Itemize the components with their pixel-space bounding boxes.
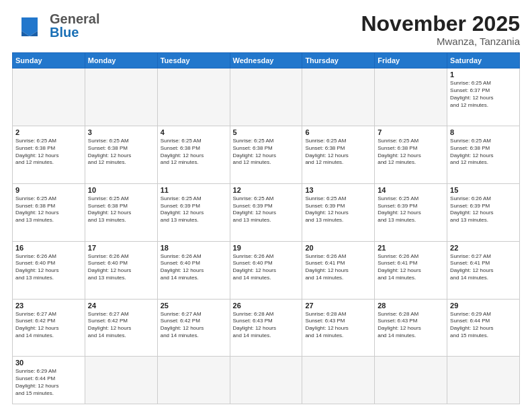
calendar-cell [157,357,230,404]
day-number: 23 [15,302,82,310]
calendar-cell [302,357,375,404]
calendar-cell: 7Sunrise: 6:25 AM Sunset: 6:38 PM Daylig… [375,126,447,184]
calendar-week-5: 23Sunrise: 6:27 AM Sunset: 6:42 PM Dayli… [13,299,520,357]
calendar-header-wednesday: Wednesday [230,53,302,68]
calendar-cell: 20Sunrise: 6:26 AM Sunset: 6:41 PM Dayli… [302,241,375,299]
day-number: 2 [15,128,82,136]
day-info: Sunrise: 6:27 AM Sunset: 6:42 PM Dayligh… [88,311,154,340]
day-number: 13 [305,186,371,194]
calendar-cell: 21Sunrise: 6:26 AM Sunset: 6:41 PM Dayli… [375,241,447,299]
day-info: Sunrise: 6:25 AM Sunset: 6:38 PM Dayligh… [161,138,227,167]
day-info: Sunrise: 6:25 AM Sunset: 6:38 PM Dayligh… [88,195,154,224]
calendar-cell: 8Sunrise: 6:25 AM Sunset: 6:38 PM Daylig… [447,126,520,184]
calendar-header-monday: Monday [85,53,157,68]
location: Mwanza, Tanzania [361,36,520,47]
day-info: Sunrise: 6:28 AM Sunset: 6:43 PM Dayligh… [305,311,371,340]
day-number: 15 [450,186,517,194]
day-number: 29 [450,302,517,310]
calendar-cell: 10Sunrise: 6:25 AM Sunset: 6:38 PM Dayli… [85,183,157,241]
calendar-cell: 27Sunrise: 6:28 AM Sunset: 6:43 PM Dayli… [302,299,375,357]
calendar-cell: 19Sunrise: 6:26 AM Sunset: 6:40 PM Dayli… [230,241,302,299]
logo-icon [12,12,47,39]
day-number: 16 [15,244,82,252]
calendar-cell: 13Sunrise: 6:25 AM Sunset: 6:39 PM Dayli… [302,183,375,241]
calendar-cell [447,357,520,404]
calendar-cell: 24Sunrise: 6:27 AM Sunset: 6:42 PM Dayli… [85,299,157,357]
calendar-cell [13,68,85,126]
month-title: November 2025 [361,12,520,36]
page: General Blue November 2025 Mwanza, Tanza… [0,0,532,411]
day-number: 28 [378,302,444,310]
calendar-header-sunday: Sunday [13,53,85,68]
day-number: 26 [233,302,300,310]
calendar-cell: 12Sunrise: 6:25 AM Sunset: 6:39 PM Dayli… [230,183,302,241]
calendar-header-saturday: Saturday [447,53,520,68]
day-info: Sunrise: 6:26 AM Sunset: 6:40 PM Dayligh… [161,253,227,282]
day-info: Sunrise: 6:25 AM Sunset: 6:38 PM Dayligh… [305,138,371,167]
day-number: 22 [450,244,517,252]
day-info: Sunrise: 6:28 AM Sunset: 6:43 PM Dayligh… [378,311,444,340]
calendar-cell: 30Sunrise: 6:29 AM Sunset: 6:44 PM Dayli… [13,357,85,404]
calendar-cell: 9Sunrise: 6:25 AM Sunset: 6:38 PM Daylig… [13,183,85,241]
day-number: 11 [161,186,227,194]
day-info: Sunrise: 6:25 AM Sunset: 6:39 PM Dayligh… [378,195,444,224]
day-number: 24 [88,302,154,310]
calendar-cell [375,68,447,126]
day-number: 9 [15,186,82,194]
calendar-cell: 25Sunrise: 6:27 AM Sunset: 6:42 PM Dayli… [157,299,230,357]
day-info: Sunrise: 6:25 AM Sunset: 6:39 PM Dayligh… [161,195,227,224]
day-number: 1 [450,71,517,79]
day-number: 7 [378,128,444,136]
calendar-cell [375,357,447,404]
day-number: 10 [88,186,154,194]
day-info: Sunrise: 6:25 AM Sunset: 6:39 PM Dayligh… [233,195,300,224]
day-number: 5 [233,128,300,136]
calendar-header-friday: Friday [375,53,447,68]
day-info: Sunrise: 6:25 AM Sunset: 6:38 PM Dayligh… [233,138,300,167]
calendar-cell: 6Sunrise: 6:25 AM Sunset: 6:38 PM Daylig… [302,126,375,184]
day-number: 27 [305,302,371,310]
day-number: 21 [378,244,444,252]
day-number: 3 [88,128,154,136]
day-number: 4 [161,128,227,136]
calendar-cell: 16Sunrise: 6:26 AM Sunset: 6:40 PM Dayli… [13,241,85,299]
day-info: Sunrise: 6:26 AM Sunset: 6:40 PM Dayligh… [233,253,300,282]
calendar-cell: 17Sunrise: 6:26 AM Sunset: 6:40 PM Dayli… [85,241,157,299]
day-number: 18 [161,244,227,252]
day-number: 30 [15,359,82,367]
day-info: Sunrise: 6:28 AM Sunset: 6:43 PM Dayligh… [233,311,300,340]
day-number: 17 [88,244,154,252]
day-info: Sunrise: 6:26 AM Sunset: 6:41 PM Dayligh… [378,253,444,282]
calendar-week-1: 1Sunrise: 6:25 AM Sunset: 6:37 PM Daylig… [13,68,520,126]
calendar-cell: 23Sunrise: 6:27 AM Sunset: 6:42 PM Dayli… [13,299,85,357]
calendar-header-tuesday: Tuesday [157,53,230,68]
calendar-cell [85,357,157,404]
calendar-cell: 29Sunrise: 6:29 AM Sunset: 6:44 PM Dayli… [447,299,520,357]
calendar-cell [302,68,375,126]
calendar-cell: 22Sunrise: 6:27 AM Sunset: 6:41 PM Dayli… [447,241,520,299]
calendar-cell [85,68,157,126]
calendar-cell: 2Sunrise: 6:25 AM Sunset: 6:38 PM Daylig… [13,126,85,184]
calendar-week-2: 2Sunrise: 6:25 AM Sunset: 6:38 PM Daylig… [13,126,520,184]
day-info: Sunrise: 6:26 AM Sunset: 6:40 PM Dayligh… [15,253,82,282]
day-info: Sunrise: 6:25 AM Sunset: 6:38 PM Dayligh… [450,138,517,167]
calendar-week-6: 30Sunrise: 6:29 AM Sunset: 6:44 PM Dayli… [13,357,520,404]
day-info: Sunrise: 6:25 AM Sunset: 6:38 PM Dayligh… [15,138,82,167]
day-number: 19 [233,244,300,252]
logo-area: General Blue [12,12,99,39]
calendar-cell: 4Sunrise: 6:25 AM Sunset: 6:38 PM Daylig… [157,126,230,184]
calendar-cell [230,357,302,404]
day-number: 14 [378,186,444,194]
calendar-week-4: 16Sunrise: 6:26 AM Sunset: 6:40 PM Dayli… [13,241,520,299]
calendar-cell: 26Sunrise: 6:28 AM Sunset: 6:43 PM Dayli… [230,299,302,357]
day-info: Sunrise: 6:25 AM Sunset: 6:38 PM Dayligh… [88,138,154,167]
day-info: Sunrise: 6:26 AM Sunset: 6:40 PM Dayligh… [88,253,154,282]
calendar-cell: 3Sunrise: 6:25 AM Sunset: 6:38 PM Daylig… [85,126,157,184]
day-info: Sunrise: 6:25 AM Sunset: 6:38 PM Dayligh… [378,138,444,167]
day-info: Sunrise: 6:27 AM Sunset: 6:41 PM Dayligh… [450,253,517,282]
calendar-header-thursday: Thursday [302,53,375,68]
day-info: Sunrise: 6:29 AM Sunset: 6:44 PM Dayligh… [15,368,82,397]
calendar-week-3: 9Sunrise: 6:25 AM Sunset: 6:38 PM Daylig… [13,183,520,241]
calendar-cell: 18Sunrise: 6:26 AM Sunset: 6:40 PM Dayli… [157,241,230,299]
day-info: Sunrise: 6:25 AM Sunset: 6:39 PM Dayligh… [305,195,371,224]
